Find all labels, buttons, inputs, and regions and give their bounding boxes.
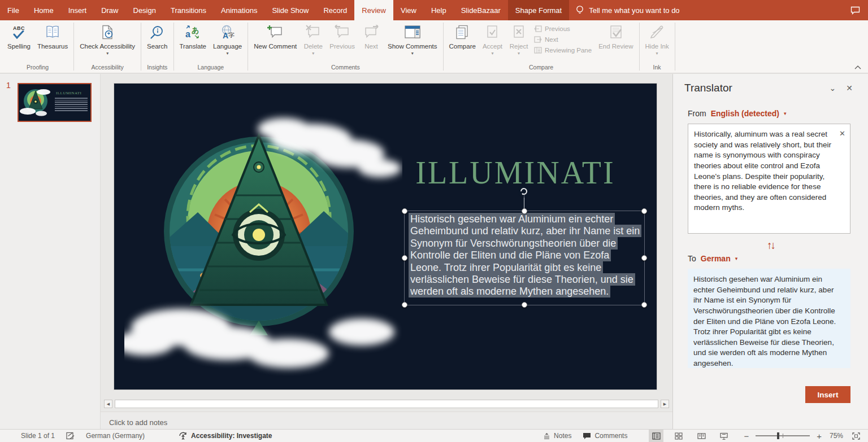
group-label-language: Language xyxy=(175,63,248,73)
ribbon-group-compare: Compare Accept ▾ Reject ▾ xyxy=(444,20,639,73)
tab-home[interactable]: Home xyxy=(27,0,61,20)
slide[interactable]: ILLUMINATI Historisch gesehen war Alumin… xyxy=(114,84,657,390)
to-language-selector[interactable]: German xyxy=(701,254,731,263)
reviewing-pane-button[interactable]: Reviewing Pane xyxy=(534,47,592,54)
reviewing-pane-icon xyxy=(534,47,542,54)
zoom-slider[interactable] xyxy=(756,435,810,436)
from-language-selector[interactable]: English (detected) xyxy=(711,109,779,118)
accessibility-icon xyxy=(179,432,188,440)
chat-icon[interactable] xyxy=(843,0,868,20)
reading-view-button[interactable] xyxy=(694,430,709,442)
slide-indicator[interactable]: Slide 1 of 1 xyxy=(0,430,60,442)
collapse-ribbon-button[interactable] xyxy=(854,65,861,69)
translated-text-output[interactable]: Historisch gesehen war Aluminium ein ech… xyxy=(688,269,850,368)
accessibility-status[interactable]: Accessibility: Investigate xyxy=(173,430,277,442)
tab-insert[interactable]: Insert xyxy=(61,0,94,20)
comments-toggle[interactable]: Comments xyxy=(577,430,633,442)
from-language-dropdown-icon[interactable]: ▾ xyxy=(784,111,787,116)
tab-view[interactable]: View xyxy=(393,0,424,20)
spelling-button[interactable]: ABC Spelling xyxy=(4,21,34,63)
scroll-right-arrow-icon[interactable]: ▶ xyxy=(661,400,669,408)
spellcheck-status-icon[interactable] xyxy=(60,430,80,442)
status-bar: Slide 1 of 1 German (Germany) Accessibil… xyxy=(0,429,868,442)
zoom-out-button[interactable]: − xyxy=(741,431,751,441)
tab-file[interactable]: File xyxy=(0,0,27,20)
chevron-down-icon: ▾ xyxy=(411,51,414,56)
svg-text:あ: あ xyxy=(192,26,199,34)
resize-handle-top-center[interactable] xyxy=(522,208,527,214)
check-accessibility-button[interactable]: Check Accessibility ▾ xyxy=(76,21,138,63)
tab-animations[interactable]: Animations xyxy=(214,0,264,20)
zoom-level[interactable]: 75% xyxy=(824,430,849,442)
slideshow-view-button[interactable] xyxy=(717,430,731,442)
insert-translation-button[interactable]: Insert xyxy=(805,386,850,403)
pane-close-icon[interactable]: ✕ xyxy=(841,84,858,93)
resize-handle-top-left[interactable] xyxy=(402,208,407,214)
accept-button[interactable]: Accept ▾ xyxy=(479,21,506,63)
clear-source-icon[interactable]: ✕ xyxy=(839,129,845,139)
tab-help[interactable]: Help xyxy=(424,0,454,20)
source-text[interactable]: Historically, aluminum was a real secret… xyxy=(694,130,831,212)
language-button[interactable]: A字 Language ▾ xyxy=(210,21,245,63)
thesaurus-button[interactable]: Thesaurus xyxy=(34,21,71,63)
notes-icon xyxy=(543,432,550,439)
chevron-down-icon: ▾ xyxy=(491,51,493,56)
tab-slidebazaar[interactable]: SlideBazaar xyxy=(454,0,508,20)
slide-sorter-view-button[interactable] xyxy=(671,430,686,442)
tell-me-box[interactable]: Tell me what you want to do xyxy=(569,0,686,20)
compare-button[interactable]: Compare xyxy=(446,21,479,63)
slide-thumbnail[interactable]: ILLUMINATI xyxy=(18,83,92,122)
search-button[interactable]: Search xyxy=(144,21,171,63)
zoom-slider-thumb[interactable] xyxy=(777,432,779,439)
hide-ink-button[interactable]: Hide Ink ▾ xyxy=(642,21,672,63)
new-comment-button[interactable]: New Comment xyxy=(250,21,300,63)
tab-design[interactable]: Design xyxy=(126,0,163,20)
tab-slide-show[interactable]: Slide Show xyxy=(264,0,316,20)
illuminati-graphic[interactable] xyxy=(124,106,402,376)
horizontal-scrollbar[interactable]: ◀ ▶ xyxy=(104,399,669,409)
delete-comment-button[interactable]: Delete ▾ xyxy=(300,21,326,63)
previous-change-button[interactable]: Previous xyxy=(534,25,592,32)
selected-text[interactable]: Historisch gesehen war Aluminium ein ech… xyxy=(409,213,641,297)
resize-handle-top-right[interactable] xyxy=(641,208,647,214)
titlebar: File Home Insert Draw Design Transitions… xyxy=(0,0,868,20)
powerpoint-window: File Home Insert Draw Design Transitions… xyxy=(0,0,868,442)
translate-button[interactable]: aあ Translate xyxy=(176,21,210,63)
tab-transitions[interactable]: Transitions xyxy=(163,0,214,20)
resize-handle-bottom-left[interactable] xyxy=(402,302,407,308)
content-area: 1 ILLUMINATI xyxy=(0,74,868,429)
notes-placeholder[interactable]: Click to add notes xyxy=(109,418,672,427)
to-language-dropdown-icon[interactable]: ▾ xyxy=(735,256,738,261)
previous-comment-button[interactable]: Previous xyxy=(326,21,358,63)
show-comments-button[interactable]: Show Comments ▾ xyxy=(384,21,441,63)
resize-handle-middle-right[interactable] xyxy=(641,255,647,261)
horizontal-scrollbar-thumb[interactable] xyxy=(115,400,658,408)
normal-view-button[interactable] xyxy=(649,430,663,442)
rotate-handle[interactable] xyxy=(517,185,531,198)
zoom-in-button[interactable]: + xyxy=(814,431,824,441)
resize-handle-bottom-center[interactable] xyxy=(522,302,527,308)
tab-shape-format[interactable]: Shape Format xyxy=(508,0,569,20)
reject-icon xyxy=(512,24,526,41)
slide-textbox[interactable]: Historisch gesehen war Aluminium ein ech… xyxy=(405,211,644,305)
reject-button[interactable]: Reject ▾ xyxy=(506,21,532,63)
slide-title[interactable]: ILLUMINATI xyxy=(400,155,631,191)
thesaurus-icon xyxy=(45,24,60,41)
tab-record[interactable]: Record xyxy=(316,0,354,20)
resize-handle-middle-left[interactable] xyxy=(402,255,407,261)
resize-handle-bottom-right[interactable] xyxy=(641,302,647,308)
end-review-button[interactable]: End Review xyxy=(595,21,636,63)
tab-review[interactable]: Review xyxy=(354,0,393,20)
fit-slide-to-window-button[interactable] xyxy=(849,430,863,442)
tab-draw[interactable]: Draw xyxy=(94,0,125,20)
scroll-left-arrow-icon[interactable]: ◀ xyxy=(104,400,112,408)
spelling-icon: ABC xyxy=(13,24,25,41)
source-text-input[interactable]: Historically, aluminum was a real secret… xyxy=(688,124,850,234)
language-status[interactable]: German (Germany) xyxy=(80,430,150,442)
pane-options-chevron-icon[interactable]: ⌄ xyxy=(824,84,841,93)
next-change-button[interactable]: Next xyxy=(534,36,592,43)
notes-pane[interactable]: Click to add notes xyxy=(101,412,672,429)
notes-toggle[interactable]: Notes xyxy=(537,430,577,442)
next-comment-button[interactable]: Next xyxy=(358,21,384,63)
swap-languages-icon[interactable]: ↑↓ xyxy=(673,234,868,252)
